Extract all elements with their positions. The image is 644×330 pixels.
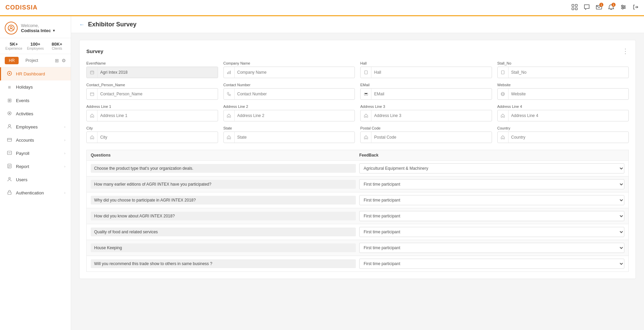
input-wrapper-email xyxy=(360,88,492,100)
field-state: State xyxy=(223,126,355,143)
sidebar-item-holidays[interactable]: ≡ Holidays xyxy=(0,80,71,94)
back-button[interactable]: ← xyxy=(79,22,85,28)
country-icon xyxy=(498,132,509,143)
field-website: Website xyxy=(497,83,629,100)
label-country: Country xyxy=(497,126,629,130)
input-wrapper-addr2 xyxy=(223,110,355,121)
sidebar: Welcome, Codissia Intec ▼ 5K+Experience1… xyxy=(0,16,71,330)
feedback-select-1[interactable]: Agricultural Equipment & Machinery First… xyxy=(359,163,624,173)
input-eventname[interactable] xyxy=(98,67,218,78)
logout-icon[interactable] xyxy=(632,4,639,11)
bell-icon[interactable]: 1 xyxy=(608,4,614,11)
sidebar-item-authentication[interactable]: Authentication › xyxy=(0,186,71,199)
chat-icon[interactable] xyxy=(584,4,590,11)
input-email[interactable] xyxy=(371,89,492,99)
svg-rect-29 xyxy=(90,71,94,74)
svg-point-10 xyxy=(622,8,623,9)
survey-header: Survey ⋮ xyxy=(86,47,629,55)
input-postal[interactable] xyxy=(371,132,492,143)
accounts-icon xyxy=(6,137,13,143)
topbar-icons: 1 1 xyxy=(572,4,639,11)
input-hall[interactable] xyxy=(371,67,492,78)
svg-rect-33 xyxy=(227,72,228,74)
sidebar-item-payroll[interactable]: Payroll › xyxy=(0,147,71,160)
svg-point-13 xyxy=(10,26,12,28)
sidebar-item-report[interactable]: Report › xyxy=(0,160,71,173)
svg-rect-38 xyxy=(90,93,94,96)
sidebar-stats: 5K+Experience100+Employees80K+Clients xyxy=(0,38,71,54)
label-addr1: Address Line 1 xyxy=(86,104,218,109)
input-contact-number[interactable] xyxy=(235,89,355,99)
feedback-select-3[interactable]: First time participant Business expansio… xyxy=(359,195,624,205)
svg-point-27 xyxy=(9,178,10,179)
label-postal: Postal Code xyxy=(360,126,492,130)
sidebar-item-label: Users xyxy=(16,177,27,182)
mail-icon[interactable]: 1 xyxy=(596,4,602,11)
input-country[interactable] xyxy=(509,132,629,143)
sidebar-item-label: Authentication xyxy=(16,190,44,195)
input-addr2[interactable] xyxy=(235,110,355,121)
field-addr1: Address Line 1 xyxy=(86,104,218,121)
input-contact-person[interactable] xyxy=(98,89,218,99)
payroll-icon xyxy=(6,150,13,156)
question-text-1: Choose the product type that's your orga… xyxy=(91,164,356,173)
chevron-down-icon[interactable]: ▼ xyxy=(52,29,56,32)
input-wrapper-company xyxy=(223,67,355,78)
sidebar-nav-tabs: HR Project ⊞ ⚙ xyxy=(0,54,71,67)
input-addr1[interactable] xyxy=(98,110,218,121)
questions-col-header: Questions xyxy=(91,153,356,158)
svg-rect-34 xyxy=(229,71,229,74)
input-company-name[interactable] xyxy=(235,67,355,78)
sidebar-stat: 80K+Clients xyxy=(48,42,66,50)
label-addr2: Address Line 2 xyxy=(223,104,355,109)
field-contact-person: Contact_Person_Name xyxy=(86,83,218,100)
stat-value: 5K+ xyxy=(5,42,23,47)
dashboard-icon xyxy=(6,71,13,77)
city-icon xyxy=(87,132,98,143)
sidebar-item-employees[interactable]: Employees › xyxy=(0,120,71,134)
home-icon-2 xyxy=(224,110,235,121)
grid-nav-icon[interactable]: ⊞ xyxy=(55,58,59,63)
activities-icon xyxy=(6,111,13,117)
home-icon-3 xyxy=(361,110,371,121)
sliders-icon[interactable] xyxy=(620,4,626,11)
stat-label: Experience xyxy=(5,47,23,50)
input-state[interactable] xyxy=(235,132,355,143)
feedback-select-5[interactable]: First time participant Excellent Good Av… xyxy=(359,227,624,237)
stat-label: Clients xyxy=(48,47,66,50)
tab-hr[interactable]: HR xyxy=(5,57,19,64)
question-row-6: House Keeping First time participant Exc… xyxy=(86,240,629,256)
tab-project[interactable]: Project xyxy=(21,57,42,64)
sidebar-item-users[interactable]: Users xyxy=(0,173,71,186)
main-content: ← Exhibitor Survey Survey ⋮ EventName xyxy=(71,16,644,330)
sidebar-item-activities[interactable]: Activities xyxy=(0,107,71,120)
company-name: Codissia Intec ▼ xyxy=(21,28,56,33)
input-addr4[interactable] xyxy=(509,110,629,121)
home-icon-4 xyxy=(498,110,509,121)
input-stall-no[interactable] xyxy=(509,67,629,78)
feedback-select-4[interactable]: First time participant Social Media Adve… xyxy=(359,211,624,221)
state-icon xyxy=(224,132,235,143)
survey-card: Survey ⋮ EventName xyxy=(79,40,636,279)
svg-point-8 xyxy=(622,5,623,6)
stall-icon xyxy=(498,67,509,78)
phone-icon xyxy=(224,89,235,99)
dots-menu-button[interactable]: ⋮ xyxy=(622,47,629,55)
feedback-select-6[interactable]: First time participant Excellent Good Av… xyxy=(359,243,624,253)
sidebar-item-accounts[interactable]: Accounts › xyxy=(0,134,71,147)
field-postal: Postal Code xyxy=(360,126,492,143)
users-icon xyxy=(6,177,13,183)
settings-nav-icon[interactable]: ⚙ xyxy=(62,58,66,63)
feedback-select-7[interactable]: First time participant Yes No xyxy=(359,259,624,269)
feedback-select-2[interactable]: First time participant 1-2 times 3+ time… xyxy=(359,179,624,189)
sidebar-item-events[interactable]: ⊞ Events xyxy=(0,94,71,107)
grid-icon[interactable] xyxy=(572,4,578,11)
label-addr4: Address Line 4 xyxy=(497,104,629,109)
chevron-icon: › xyxy=(64,165,65,168)
sidebar-item-hr-dashboard[interactable]: HR Dashboard xyxy=(0,67,71,80)
input-website[interactable] xyxy=(509,89,629,99)
input-city[interactable] xyxy=(98,132,218,143)
field-contact-number: Contact Number xyxy=(223,83,355,100)
input-addr3[interactable] xyxy=(371,110,492,121)
mail-badge: 1 xyxy=(599,3,603,7)
